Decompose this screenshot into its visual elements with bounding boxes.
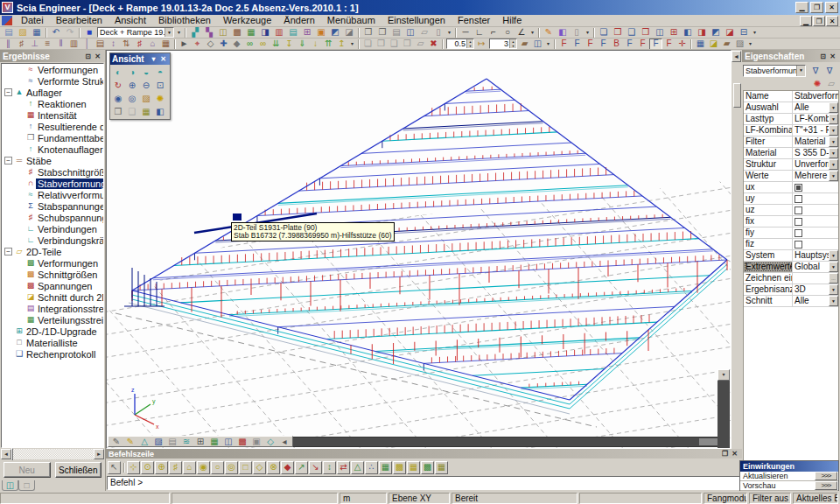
window-layout-6-icon[interactable]: ⊞ xyxy=(667,27,681,38)
menu-item-datei[interactable]: Datei xyxy=(15,15,50,26)
grid-dialog-5-icon[interactable]: ▦ xyxy=(435,461,448,474)
restore-icon[interactable]: ❐ xyxy=(810,2,823,13)
dropdown-arrow-icon[interactable]: ▾ xyxy=(445,27,453,38)
load-view-icon[interactable]: ◪ xyxy=(707,38,720,50)
window-layout-3-icon[interactable]: ❑ xyxy=(625,27,639,38)
text-box-icon[interactable]: ▯ xyxy=(570,27,584,38)
show-axes-icon[interactable]: │ xyxy=(80,38,94,50)
minimize-icon[interactable]: ▁ xyxy=(795,2,808,13)
coord-triangle-icon[interactable]: △ xyxy=(351,461,364,474)
select-cursor-icon[interactable]: ► xyxy=(178,38,191,50)
named-selection-5-icon[interactable]: B xyxy=(610,38,623,50)
named-selection-3-icon[interactable]: F xyxy=(584,38,597,50)
chevron-down-icon[interactable]: ▼ xyxy=(829,171,838,181)
view-parameters-icon[interactable]: ◧ xyxy=(153,105,167,118)
window-layout-9-icon[interactable]: ◩ xyxy=(709,27,723,38)
scroll-down-icon[interactable]: ▾ xyxy=(718,369,730,381)
named-selection-4-icon[interactable]: F xyxy=(597,38,610,50)
menu-item-ndern[interactable]: Ändern xyxy=(277,15,320,26)
tree-item-verformte-struktur[interactable]: ≈Verformte Struktur xyxy=(2,75,103,87)
mdi-close-icon[interactable]: ✕ xyxy=(826,16,838,26)
library-blocks-icon[interactable]: ▚ xyxy=(202,27,216,38)
dropdown-arrow-icon[interactable]: ▾ xyxy=(584,27,592,38)
tree-item-knotenauflager-resultierenc[interactable]: ↑Knotenauflager-Resultierenc xyxy=(2,144,103,155)
show-supports-icon[interactable]: ⊥ xyxy=(28,38,41,50)
view-front-icon[interactable]: ◑ xyxy=(125,66,139,79)
snap-box-icon[interactable]: □ xyxy=(239,461,252,474)
property-value[interactable] xyxy=(793,182,838,192)
chevron-down-icon[interactable]: ▼ xyxy=(829,102,838,113)
select-add-icon[interactable]: ✚ xyxy=(217,38,230,50)
link-off-icon[interactable]: ∞ xyxy=(256,38,270,50)
dropdown-arrow-icon[interactable]: ▾ xyxy=(544,38,552,50)
chevron-down-icon[interactable]: ▼ xyxy=(829,114,838,124)
precision-up-icon[interactable]: ▰ xyxy=(518,38,531,50)
checkbox[interactable] xyxy=(794,184,802,192)
shading-icon[interactable]: ▤ xyxy=(165,436,179,447)
snap-surface-icon[interactable]: ⌂ xyxy=(183,461,196,474)
library-tools-icon[interactable]: ◪ xyxy=(342,27,356,38)
dropdown-arrow-icon[interactable]: ▾ xyxy=(746,38,754,50)
property-value[interactable]: 3D▼ xyxy=(793,284,838,295)
property-value[interactable] xyxy=(793,205,838,215)
grid-dialog-1-icon[interactable]: ▦ xyxy=(379,461,392,474)
select-polygon-icon[interactable]: ◇ xyxy=(204,38,217,50)
view-export-icon[interactable]: ▨ xyxy=(733,38,746,50)
new-document-icon[interactable]: ▤ xyxy=(2,27,16,38)
coord-down-icon[interactable]: ↘ xyxy=(309,461,322,474)
library-images-icon[interactable]: ◩ xyxy=(328,27,342,38)
load-case-4-icon[interactable]: ↓ xyxy=(309,38,322,50)
view-top-icon[interactable]: ◐ xyxy=(111,66,125,79)
dropdown-arrow-icon[interactable]: ▾ xyxy=(751,27,759,38)
tree-item-schubspannung[interactable]: ♯Schubspannung xyxy=(2,212,103,223)
deformed-shape-icon[interactable]: ≋ xyxy=(179,436,193,447)
zoom-all-icon[interactable]: ◉ xyxy=(111,92,125,105)
rotate-view-icon[interactable]: ↻ xyxy=(111,79,125,92)
property-value[interactable]: Mehrere Kompo▼ xyxy=(793,171,838,181)
library-geometry-icon[interactable]: ⊞ xyxy=(300,27,314,38)
ellipsis-icon[interactable]: … xyxy=(829,273,838,284)
section-box-icon[interactable]: ⊞ xyxy=(193,436,207,447)
coord-swap-icon[interactable]: ⇄ xyxy=(337,461,350,474)
command-input[interactable]: Befehl > xyxy=(107,476,741,490)
dropdown-arrow-icon[interactable]: ▾ xyxy=(348,38,356,50)
select-point-icon[interactable]: ⌖ xyxy=(191,38,204,50)
draw-rectangle-icon[interactable]: ∟ xyxy=(472,27,486,38)
print-preview-icon[interactable]: ❐ xyxy=(375,27,389,38)
tree-item-fundamenttabelle[interactable]: ❒Fundamenttabelle xyxy=(2,132,103,144)
tree-item-resultierende-der-reaktione[interactable]: ↑Resultierende der Reaktione xyxy=(2,121,103,132)
wireframe-icon[interactable]: △ xyxy=(137,436,151,447)
light-settings-icon[interactable]: ✺ xyxy=(153,92,167,105)
checkbox[interactable] xyxy=(794,241,802,248)
isobands-icon[interactable]: ▩ xyxy=(235,436,249,447)
checkbox[interactable] xyxy=(794,195,802,203)
tree-item-schnittgr-en[interactable]: ▩Schnittgrößen xyxy=(2,269,103,280)
close-icon[interactable]: ✕ xyxy=(825,2,838,13)
mdi-restore-icon[interactable]: ❐ xyxy=(813,16,825,26)
property-value[interactable]: … xyxy=(793,273,838,284)
scale-results-icon[interactable]: ↦ xyxy=(475,38,488,50)
pin-icon[interactable]: ⊡ xyxy=(818,52,828,60)
spinner-field[interactable]: 3▴▾ xyxy=(489,38,517,49)
snap-midpoint-icon[interactable]: ⊙ xyxy=(141,461,154,474)
show-sections-icon[interactable]: ♯ xyxy=(15,38,28,50)
results-on-mesh-icon[interactable]: ▦ xyxy=(207,436,221,447)
tree-item-integrationsstreifen[interactable]: ▤Integrationsstreifen xyxy=(2,303,103,314)
copy-view-icon[interactable]: ❑ xyxy=(125,105,139,118)
filter-check-icon[interactable]: ∇ xyxy=(822,65,836,76)
filter-apply-icon[interactable]: ∇ xyxy=(808,65,822,76)
menu-item-einstellungen[interactable]: Einstellungen xyxy=(382,15,452,26)
redo-icon[interactable]: ↷ xyxy=(63,27,77,38)
zoom-out-icon[interactable]: ⊖ xyxy=(139,79,153,92)
property-value[interactable]: Unverformt▼ xyxy=(793,159,838,170)
chevron-down-icon[interactable]: ▼ xyxy=(796,66,805,76)
property-value[interactable] xyxy=(793,228,838,238)
window-layout-5-icon[interactable]: ◫ xyxy=(653,27,667,38)
show-model-data-icon[interactable]: ▤ xyxy=(94,38,107,50)
paperspace-icon[interactable]: ▯ xyxy=(431,27,445,38)
tree-item-verteilungsstreifen[interactable]: ▦Verteilungsstreifen xyxy=(2,314,103,326)
property-value[interactable]: Stabverformungen xyxy=(793,91,838,102)
open-project-icon[interactable]: ▨ xyxy=(16,27,30,38)
clipboard-copy-icon[interactable]: ❐ xyxy=(374,38,388,50)
library-materials-icon[interactable]: ◫ xyxy=(216,27,230,38)
